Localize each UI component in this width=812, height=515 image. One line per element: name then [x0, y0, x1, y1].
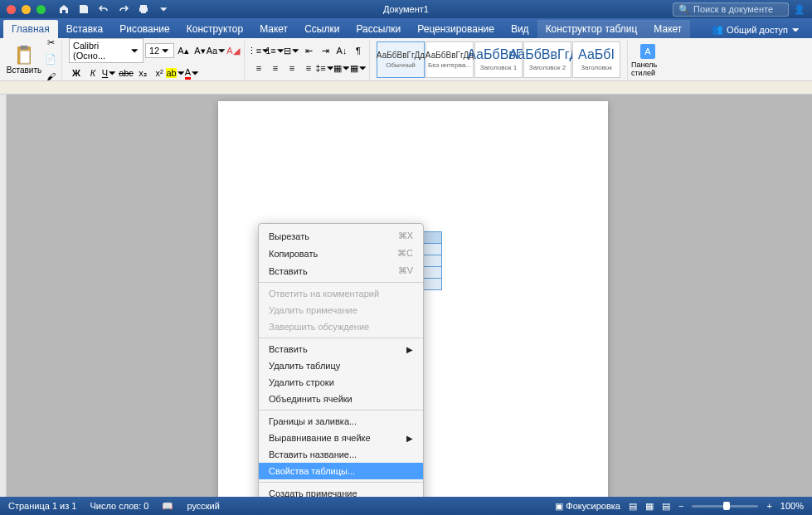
tab-references[interactable]: Ссылки	[296, 20, 348, 38]
undo-icon[interactable]	[97, 2, 110, 16]
show-marks-button[interactable]: ¶	[351, 43, 366, 58]
tab-table-layout[interactable]: Макет	[645, 20, 690, 38]
chevron-right-icon: ▶	[406, 345, 413, 354]
share-button[interactable]: 👥Общий доступ⏷	[703, 21, 809, 38]
context-item[interactable]: Вырезать⌘X	[259, 227, 423, 245]
font-color-button[interactable]: A⏷	[185, 66, 200, 80]
view-web-button[interactable]: ▦	[645, 501, 654, 512]
change-case-button[interactable]: Aa⏷	[209, 43, 224, 58]
save-icon[interactable]	[77, 2, 90, 16]
paste-button[interactable]: Вставить	[7, 45, 41, 75]
context-item[interactable]: Объединить ячейки	[259, 391, 423, 407]
grow-font-button[interactable]: A▴	[176, 43, 191, 58]
styles-panel-icon: A	[639, 42, 657, 61]
svg-rect-0	[140, 5, 147, 7]
sort-button[interactable]: A↓	[334, 43, 349, 58]
svg-rect-4	[20, 46, 27, 50]
align-left-button[interactable]: ≡	[251, 61, 266, 75]
search-placeholder: Поиск в документе	[693, 4, 773, 14]
context-item[interactable]: Вставить название...	[259, 446, 423, 463]
status-language[interactable]: русский	[187, 501, 219, 511]
bold-button[interactable]: Ж	[69, 66, 84, 80]
context-item[interactable]: Свойства таблицы...	[259, 463, 423, 479]
tab-view[interactable]: Вид	[503, 20, 537, 38]
decrease-indent-button[interactable]: ⇤	[301, 43, 316, 58]
zoom-in-button[interactable]: +	[766, 501, 771, 511]
strikethrough-button[interactable]: abc	[119, 66, 134, 80]
qat-more-icon[interactable]: ⏷	[157, 2, 170, 16]
context-separator	[259, 482, 423, 483]
tab-layout[interactable]: Макет	[251, 20, 296, 38]
context-item[interactable]: Границы и заливка...	[259, 413, 423, 430]
italic-button[interactable]: К	[85, 66, 100, 80]
search-input[interactable]: 🔍 Поиск в документе	[673, 2, 789, 17]
status-words[interactable]: Число слов: 0	[90, 501, 148, 511]
focus-button[interactable]: ▣ Фокусировка	[555, 501, 620, 512]
style-title[interactable]: АаБбІЗаголовок	[572, 41, 620, 78]
style-normal[interactable]: АаБбВвГгДдОбычный	[377, 41, 425, 78]
context-item: Удалить примечание	[259, 302, 423, 318]
line-spacing-button[interactable]: ‡≡⏷	[318, 61, 333, 75]
scissors-icon: ✂	[47, 37, 55, 48]
quick-access-toolbar: ⏷	[57, 2, 170, 16]
user-icon[interactable]: 👤	[794, 4, 805, 15]
tab-insert[interactable]: Вставка	[58, 20, 112, 38]
context-separator	[259, 338, 423, 338]
tab-mailings[interactable]: Рассылки	[348, 20, 409, 38]
redo-icon[interactable]	[117, 2, 130, 16]
context-item[interactable]: Создать примечание	[259, 485, 423, 497]
document-area[interactable]: ¤¤¤ ¤¤¤ ¤¤¤ ¤¤¤ ¤¤¤ Вырезать⌘XКопировать…	[7, 95, 812, 497]
ruler[interactable]	[0, 81, 812, 95]
subscript-button[interactable]: x₂	[135, 66, 150, 80]
tab-table-design[interactable]: Конструктор таблиц	[537, 20, 646, 38]
styles-gallery: АаБбВвГгДдОбычный АаБбВвГгДдБез интерва.…	[377, 41, 620, 78]
context-item[interactable]: Вставить⌘V	[259, 262, 423, 279]
view-print-button[interactable]: ▤	[629, 501, 637, 512]
context-item[interactable]: Выравнивание в ячейке▶	[259, 430, 423, 446]
tab-review[interactable]: Рецензирование	[409, 20, 503, 38]
close-window-button[interactable]	[7, 5, 16, 14]
shading-button[interactable]: ▦⏷	[334, 61, 349, 75]
context-item[interactable]: Удалить строки	[259, 374, 423, 391]
zoom-level[interactable]: 100%	[780, 501, 804, 511]
context-item[interactable]: Копировать⌘C	[259, 245, 423, 262]
zoom-window-button[interactable]	[36, 5, 46, 14]
context-item: Завершить обсуждение	[259, 318, 423, 335]
shrink-font-button[interactable]: A▾	[192, 43, 207, 58]
tab-draw[interactable]: Рисование	[111, 20, 177, 38]
status-page[interactable]: Страница 1 из 1	[8, 501, 76, 511]
bullets-button[interactable]: ⋮≡⏷	[251, 43, 266, 58]
zoom-slider[interactable]	[692, 505, 758, 508]
ribbon: Вставить ✂ 📄 🖌 Calibri (Осно...⏷ 12⏷ A▴ …	[0, 38, 812, 81]
align-center-button[interactable]: ≡	[268, 61, 283, 75]
font-size-select[interactable]: 12⏷	[145, 43, 174, 58]
styles-panel-button[interactable]: A Панель стилей	[631, 42, 664, 77]
minimize-window-button[interactable]	[22, 5, 31, 14]
numbering-button[interactable]: 1≡⏷	[268, 43, 283, 58]
context-item: Ответить на комментарий	[259, 285, 423, 302]
font-name-select[interactable]: Calibri (Осно...⏷	[69, 38, 143, 63]
context-item[interactable]: Удалить таблицу	[259, 357, 423, 374]
tab-design[interactable]: Конструктор	[178, 20, 251, 38]
borders-button[interactable]: ▦⏷	[351, 61, 366, 75]
view-outline-button[interactable]: ▤	[662, 501, 670, 512]
copy-button[interactable]: 📄	[43, 52, 58, 67]
zoom-out-button[interactable]: −	[678, 501, 683, 511]
share-icon: 👥	[712, 24, 723, 35]
home-icon[interactable]	[57, 2, 71, 16]
cut-button[interactable]: ✂	[43, 36, 58, 51]
underline-button[interactable]: Ч⏷	[102, 66, 117, 80]
superscript-button[interactable]: x²	[152, 66, 167, 80]
align-right-button[interactable]: ≡	[284, 61, 299, 75]
svg-rect-5	[20, 51, 29, 63]
clear-format-button[interactable]: A◢	[226, 43, 241, 58]
highlight-button[interactable]: ab⏷	[168, 66, 183, 80]
print-icon[interactable]	[137, 2, 150, 16]
left-ruler[interactable]	[0, 95, 7, 497]
context-item[interactable]: Вставить▶	[259, 341, 423, 357]
style-heading2[interactable]: АаБбВвГгДдЗаголовок 2	[523, 41, 571, 78]
multilevel-button[interactable]: ⊟⏷	[284, 43, 299, 58]
increase-indent-button[interactable]: ⇥	[318, 43, 333, 58]
status-spell-icon[interactable]: 📖	[162, 501, 173, 512]
justify-button[interactable]: ≡	[301, 61, 316, 75]
